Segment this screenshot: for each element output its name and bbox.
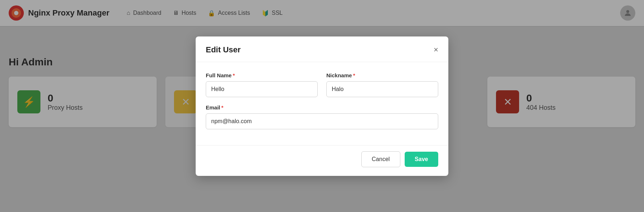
- close-button[interactable]: ×: [434, 46, 438, 54]
- full-name-required: *: [233, 72, 235, 78]
- modal-footer: Cancel Save: [196, 145, 448, 176]
- modal-overlay[interactable]: Edit User × Full Name* Nickname*: [0, 0, 644, 212]
- form-group-email: Email*: [206, 104, 438, 129]
- full-name-input[interactable]: [206, 81, 318, 97]
- email-required: *: [221, 104, 223, 111]
- edit-user-modal: Edit User × Full Name* Nickname*: [196, 36, 448, 176]
- modal-header: Edit User ×: [196, 36, 448, 62]
- form-row-name-nickname: Full Name* Nickname*: [206, 72, 438, 97]
- form-row-email: Email*: [206, 104, 438, 129]
- nickname-input[interactable]: [326, 81, 438, 97]
- form-group-full-name: Full Name*: [206, 72, 318, 97]
- modal-title: Edit User: [206, 45, 241, 55]
- form-group-nickname: Nickname*: [326, 72, 438, 97]
- email-input[interactable]: [206, 113, 438, 129]
- save-button[interactable]: Save: [405, 152, 438, 167]
- modal-body: Full Name* Nickname* Email*: [196, 62, 448, 145]
- email-label: Email*: [206, 104, 438, 111]
- nickname-label: Nickname*: [326, 72, 438, 78]
- cancel-button[interactable]: Cancel: [361, 151, 400, 167]
- full-name-label: Full Name*: [206, 72, 318, 78]
- nickname-required: *: [353, 72, 355, 78]
